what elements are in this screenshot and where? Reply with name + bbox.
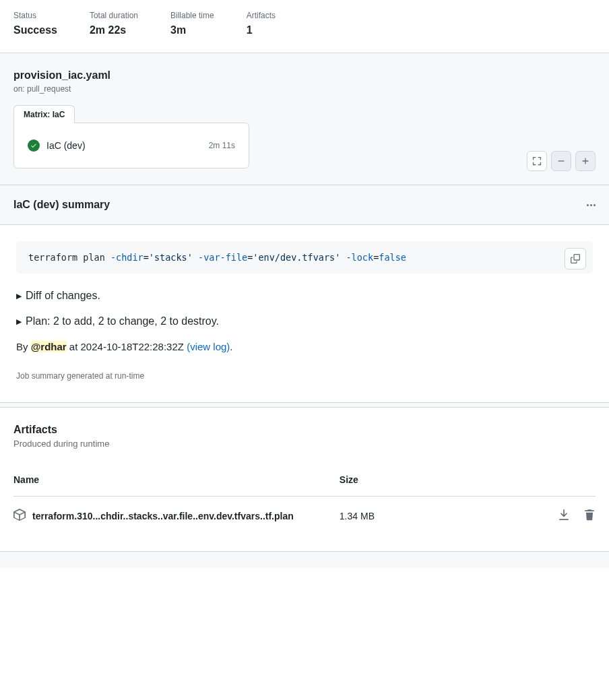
stat-status: Status Success xyxy=(13,11,57,36)
view-log-link[interactable]: (view log) xyxy=(187,341,230,352)
artifact-name[interactable]: terraform.310...chdir..stacks..var.file.… xyxy=(32,511,294,521)
graph-controls xyxy=(527,151,596,171)
matrix-tab[interactable]: Matrix: IaC xyxy=(13,105,75,123)
byline: By @rdhar at 2024-10-18T22:28:32Z (view … xyxy=(16,341,593,352)
artifact-size: 1.34 MB xyxy=(340,497,514,536)
job-duration: 2m 11s xyxy=(209,141,235,150)
stat-label: Billable time xyxy=(170,11,214,20)
section-divider xyxy=(0,402,609,408)
byline-timestamp: 2024-10-18T22:28:32Z xyxy=(81,341,184,352)
triangle-right-icon: ▶ xyxy=(16,292,22,300)
stat-value: 2m 22s xyxy=(90,24,138,36)
summary-title: IaC (dev) summary xyxy=(13,199,110,211)
plan-disclosure[interactable]: ▶ Plan: 2 to add, 2 to change, 2 to dest… xyxy=(16,315,593,327)
job-card[interactable]: IaC (dev) 2m 11s xyxy=(13,123,249,168)
artifacts-table: Name Size terraform.310...chdir..stacks.… xyxy=(13,468,596,535)
code-token: terraform plan xyxy=(28,252,105,263)
col-size-header: Size xyxy=(340,468,514,497)
workflow-graph: provision_iac.yaml on: pull_request Matr… xyxy=(0,53,609,185)
check-circle-icon xyxy=(28,139,40,152)
fullscreen-button[interactable] xyxy=(527,151,547,171)
command-code-block: terraform plan -chdir='stacks' -var-file… xyxy=(16,241,593,274)
job-name: IaC (dev) xyxy=(46,140,209,151)
bottom-spacer xyxy=(0,552,609,568)
stat-label: Total duration xyxy=(90,11,138,20)
summary-footnote: Job summary generated at run-time xyxy=(16,371,593,381)
code-token: -lock xyxy=(340,252,373,263)
byline-prefix: By xyxy=(16,341,31,352)
artifacts-subtitle: Produced during runtime xyxy=(13,439,596,449)
artifacts-title: Artifacts xyxy=(13,424,596,436)
diff-label: Diff of changes. xyxy=(26,290,100,302)
code-token: false xyxy=(379,252,406,263)
workflow-file-name[interactable]: provision_iac.yaml xyxy=(13,69,596,82)
code-token: 'stacks' xyxy=(149,252,193,263)
kebab-menu-icon[interactable] xyxy=(587,204,596,206)
code-token: -var-file xyxy=(193,252,247,263)
package-icon xyxy=(13,509,26,523)
code-token: = xyxy=(143,252,149,263)
stat-value: 3m xyxy=(170,24,214,36)
zoom-in-button[interactable] xyxy=(575,151,596,171)
code-token: 'env/dev.tfvars' xyxy=(253,252,340,263)
col-name-header: Name xyxy=(13,468,340,497)
run-stats-bar: Status Success Total duration 2m 22s Bil… xyxy=(0,0,609,53)
workflow-trigger: on: pull_request xyxy=(13,84,596,94)
stat-value: Success xyxy=(13,24,57,36)
byline-mid: at xyxy=(67,341,81,352)
artifacts-section: Artifacts Produced during runtime Name S… xyxy=(0,408,609,552)
diff-disclosure[interactable]: ▶ Diff of changes. xyxy=(16,290,593,302)
summary-body: terraform plan -chdir='stacks' -var-file… xyxy=(0,225,609,402)
triangle-right-icon: ▶ xyxy=(16,317,22,326)
plan-label: Plan: 2 to add, 2 to change, 2 to destro… xyxy=(26,315,219,327)
download-icon[interactable] xyxy=(558,509,570,523)
zoom-out-button[interactable] xyxy=(551,151,571,171)
stat-value: 1 xyxy=(247,24,276,36)
summary-header: IaC (dev) summary xyxy=(0,185,609,225)
stat-label: Artifacts xyxy=(247,11,276,20)
stat-label: Status xyxy=(13,11,57,20)
stat-artifacts: Artifacts 1 xyxy=(247,11,276,36)
code-token: -chdir xyxy=(105,252,143,263)
artifact-row: terraform.310...chdir..stacks..var.file.… xyxy=(13,497,596,536)
trash-icon[interactable] xyxy=(583,509,596,523)
byline-suffix: . xyxy=(230,341,232,352)
copy-button[interactable] xyxy=(565,248,586,269)
stat-duration: Total duration 2m 22s xyxy=(90,11,138,36)
stat-billable: Billable time 3m xyxy=(170,11,214,36)
user-mention[interactable]: @rdhar xyxy=(31,341,67,352)
